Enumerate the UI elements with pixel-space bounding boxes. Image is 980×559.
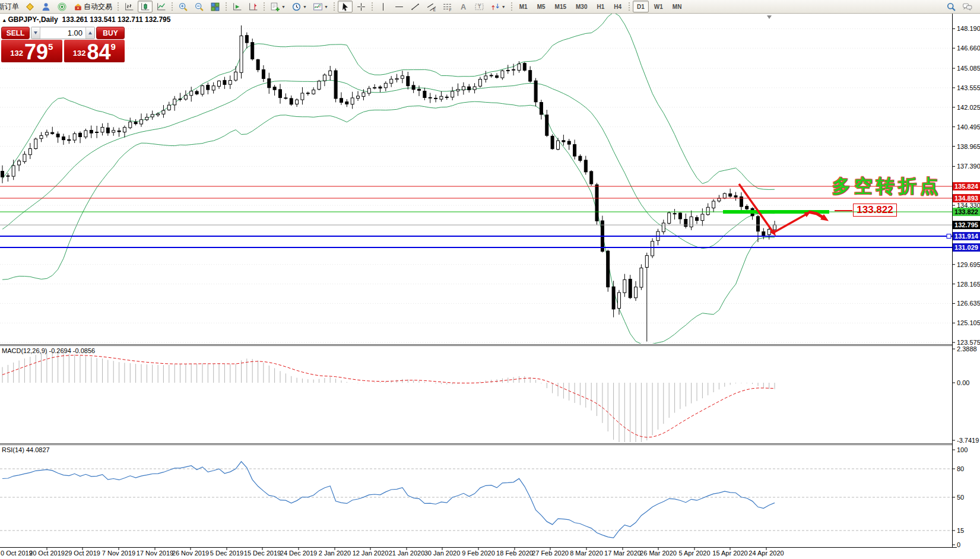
zoom-in-button[interactable]	[176, 1, 191, 12]
tf-mn-button[interactable]: MN	[668, 1, 686, 12]
trendline-button[interactable]	[408, 1, 423, 12]
date-label: 15 Apr 2020	[712, 550, 747, 557]
volume-increase-button[interactable]	[85, 27, 94, 39]
text-button[interactable]: A	[456, 1, 471, 12]
profiles-button[interactable]: ▼	[289, 1, 309, 12]
date-label: 12 Jan 2020	[353, 550, 389, 557]
dropdown-arrow-icon[interactable]: ▼	[502, 5, 506, 9]
price-tick-label: 142.025	[957, 104, 980, 111]
chart-shift-button[interactable]	[246, 1, 261, 12]
chart-shift-icon	[248, 2, 258, 12]
macd-signal-line	[2, 355, 775, 437]
tf-w1-button[interactable]: W1	[650, 1, 667, 12]
fibonacci-button[interactable]: F	[440, 1, 455, 12]
toolbar-separator	[172, 2, 173, 11]
indicators-button[interactable]: ▼	[310, 1, 331, 12]
candle-body	[607, 251, 610, 287]
metaeditor-button[interactable]	[23, 1, 37, 12]
bar-chart-button[interactable]	[122, 1, 137, 12]
candle-body	[635, 287, 638, 298]
candle-body	[340, 99, 343, 103]
arrows-button[interactable]: ▼	[488, 1, 508, 12]
tf-h1-button[interactable]: H1	[592, 1, 608, 12]
buy-price-panel[interactable]: 132 84 9	[64, 40, 125, 62]
candle-body	[207, 85, 210, 90]
toolbar-group-timeframes-fast: M1M5M15M30H1H4	[515, 0, 626, 13]
horizontal-line-button[interactable]	[392, 1, 407, 12]
chart-canvas[interactable]: 148.190146.660145.085143.555142.025140.4…	[0, 0, 980, 559]
candle-body	[245, 36, 248, 43]
new-order-button[interactable]: 新订单	[0, 1, 21, 12]
tile-windows-button[interactable]	[208, 1, 223, 12]
buy-price-main: 84	[87, 43, 110, 61]
toolbar-separator	[264, 2, 265, 11]
line-handle[interactable]	[947, 234, 951, 239]
line-chart-button[interactable]	[154, 1, 169, 12]
tf-m15-button[interactable]: M15	[551, 1, 570, 12]
chart-shift-marker-icon[interactable]	[767, 15, 772, 19]
zoom-out-icon	[194, 2, 204, 12]
label-button[interactable]: T	[472, 1, 487, 12]
triangle-down-icon	[34, 31, 37, 34]
volume-input[interactable]	[40, 27, 85, 39]
new-chart-button[interactable]: ▼	[268, 1, 288, 12]
candle-body	[723, 193, 726, 198]
rsi-pane	[0, 462, 952, 538]
dropdown-arrow-icon[interactable]: ▼	[303, 5, 307, 9]
auto-scroll-button[interactable]	[230, 1, 245, 12]
crosshair-button[interactable]	[354, 1, 369, 12]
signals-button[interactable]	[55, 1, 69, 12]
signal-icon	[57, 2, 67, 12]
turning-point-annotation[interactable]: 多空转折点	[832, 174, 942, 199]
price-callout-label[interactable]: 133.822	[853, 204, 897, 217]
search-button[interactable]	[944, 1, 959, 12]
community-button[interactable]	[39, 1, 53, 12]
candle-body	[573, 145, 576, 157]
candle-body	[395, 78, 398, 80]
candle-body	[329, 71, 332, 75]
candle-body	[435, 98, 437, 99]
candle-body	[584, 160, 587, 172]
chat-button[interactable]	[960, 1, 975, 12]
autotrading-button[interactable]: 自动交易	[71, 1, 115, 12]
candle-chart-button[interactable]	[138, 1, 153, 12]
tf-mn-button-label: MN	[671, 4, 684, 10]
candle-body	[484, 76, 487, 80]
tf-m5-button[interactable]: M5	[533, 1, 550, 12]
tf-m1-button[interactable]: M1	[515, 1, 532, 12]
vertical-line-button[interactable]	[376, 1, 391, 12]
candle-body	[684, 220, 687, 227]
candle-body	[40, 135, 43, 138]
cursor-button[interactable]	[338, 1, 353, 12]
candle-body	[79, 133, 82, 136]
rsi-line	[2, 462, 775, 538]
toolbar-group-zoom	[175, 0, 223, 13]
volume-decrease-button[interactable]	[31, 27, 40, 39]
toolbar-separator	[372, 2, 373, 11]
dropdown-arrow-icon[interactable]: ▼	[324, 5, 328, 9]
zoom-out-button[interactable]	[192, 1, 207, 12]
line-chart-icon	[156, 2, 166, 12]
candle-body	[296, 100, 299, 104]
candle-body	[557, 141, 560, 150]
candle-body	[473, 87, 476, 90]
toolbar-group-orders: 新订单自动交易	[0, 0, 115, 13]
sell-button[interactable]: SELL	[1, 27, 30, 39]
arrows-icon	[490, 2, 500, 12]
tf-d1-button[interactable]: D1	[633, 1, 649, 12]
sell-price-main: 79	[24, 43, 48, 61]
diamond-icon	[25, 2, 35, 12]
candle-body	[7, 176, 9, 176]
dropdown-arrow-icon[interactable]: ▼	[281, 5, 286, 9]
sell-price-panel[interactable]: 132 79 5	[1, 40, 62, 62]
buy-button[interactable]: BUY	[96, 27, 125, 39]
tf-h4-button[interactable]: H4	[610, 1, 626, 12]
date-label: 17 Nov 2019	[137, 550, 173, 557]
trendline-icon	[410, 2, 420, 12]
candle-body	[273, 87, 276, 90]
candle-body	[345, 102, 348, 104]
tf-m30-button[interactable]: M30	[572, 1, 591, 12]
candle-body	[712, 201, 715, 208]
channel-button[interactable]: E	[424, 1, 439, 12]
buy-price-pip: 9	[110, 42, 115, 52]
